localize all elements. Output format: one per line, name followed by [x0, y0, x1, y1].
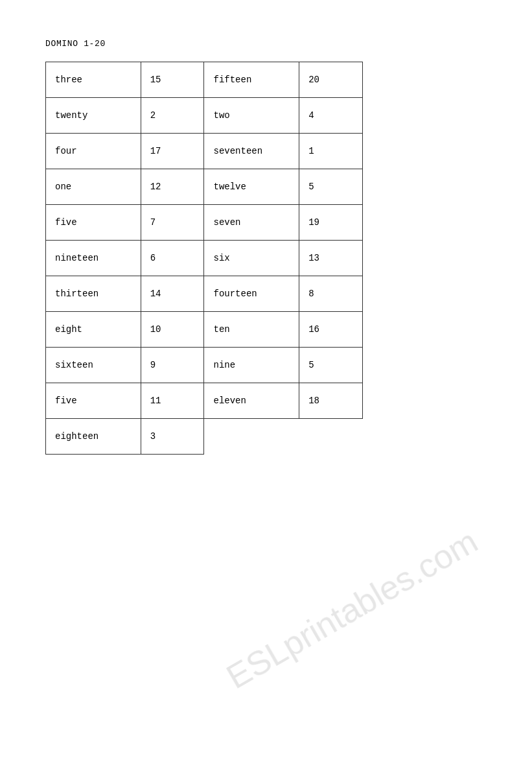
cell-num2: 5 [299, 169, 363, 205]
table-row: thirteen14fourteen8 [46, 276, 363, 312]
cell-num2: 19 [299, 205, 363, 241]
cell-word1: nineteen [46, 241, 141, 276]
cell-word2: fourteen [204, 276, 299, 312]
table-row: one12twelve5 [46, 169, 363, 205]
cell-num2: 8 [299, 276, 363, 312]
cell-num2: 4 [299, 98, 363, 134]
cell-num1: 12 [141, 169, 204, 205]
watermark: ESLprintables.com [220, 521, 484, 696]
domino-table: three15fifteen20twenty2two4four17sevente… [45, 62, 363, 455]
cell-num1: 3 [141, 419, 204, 455]
cell-word2: fifteen [204, 62, 299, 98]
cell-word1: thirteen [46, 276, 141, 312]
cell-word1: sixteen [46, 348, 141, 383]
cell-word1: five [46, 383, 141, 419]
cell-word2: six [204, 241, 299, 276]
cell-num2: 5 [299, 348, 363, 383]
cell-num2: 13 [299, 241, 363, 276]
cell-num1: 2 [141, 98, 204, 134]
cell-num1: 10 [141, 312, 204, 348]
page-title: DOMINO 1-20 [45, 39, 487, 49]
table-row: nineteen6six13 [46, 241, 363, 276]
table-row: four17seventeen1 [46, 134, 363, 169]
cell-word1: one [46, 169, 141, 205]
cell-num2: 18 [299, 383, 363, 419]
cell-word2: nine [204, 348, 299, 383]
table-row: three15fifteen20 [46, 62, 363, 98]
table-row: five7seven19 [46, 205, 363, 241]
cell-word2: seven [204, 205, 299, 241]
cell-num1: 15 [141, 62, 204, 98]
cell-word1: eighteen [46, 419, 141, 455]
cell-word1: five [46, 205, 141, 241]
cell-word1: eight [46, 312, 141, 348]
cell-word2: ten [204, 312, 299, 348]
cell-num2: 1 [299, 134, 363, 169]
cell-word2: two [204, 98, 299, 134]
cell-word1: twenty [46, 98, 141, 134]
cell-word2: seventeen [204, 134, 299, 169]
cell-num1: 6 [141, 241, 204, 276]
table-row: eight10ten16 [46, 312, 363, 348]
cell-num1: 9 [141, 348, 204, 383]
table-row: eighteen3 [46, 419, 363, 455]
cell-num2: 20 [299, 62, 363, 98]
table-row: twenty2two4 [46, 98, 363, 134]
cell-word1: three [46, 62, 141, 98]
cell-num1: 17 [141, 134, 204, 169]
table-row: sixteen9nine5 [46, 348, 363, 383]
cell-num2: 16 [299, 312, 363, 348]
cell-num1: 14 [141, 276, 204, 312]
cell-num1: 7 [141, 205, 204, 241]
table-row: five11eleven18 [46, 383, 363, 419]
cell-word1: four [46, 134, 141, 169]
cell-word2: twelve [204, 169, 299, 205]
cell-num1: 11 [141, 383, 204, 419]
cell-word2: eleven [204, 383, 299, 419]
